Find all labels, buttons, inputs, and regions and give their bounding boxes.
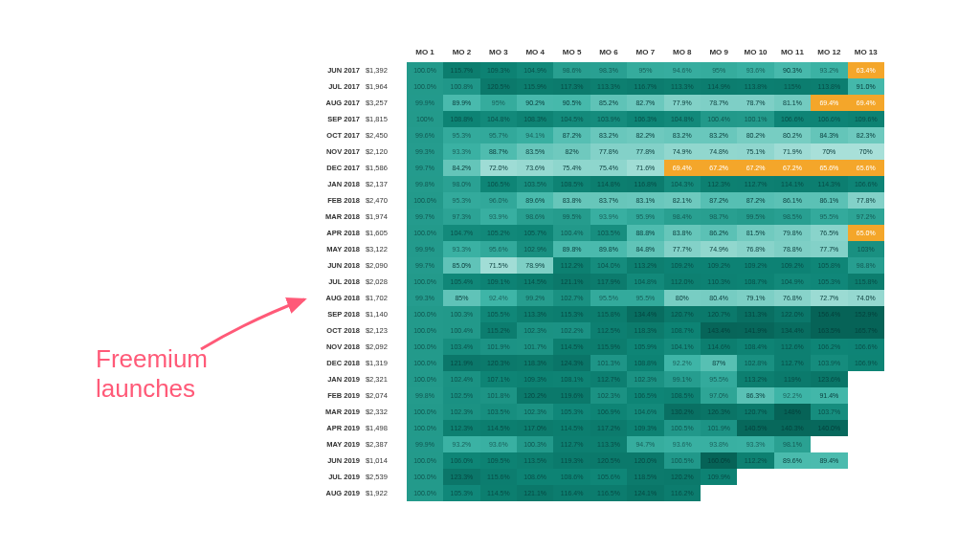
retention-cell: 93.2%: [443, 436, 479, 452]
retention-cell: 165.7%: [848, 322, 884, 339]
retention-cell: 93.6%: [664, 436, 701, 452]
retention-cell: 115.7%: [443, 62, 479, 78]
retention-cell: 100.0%: [407, 355, 443, 371]
retention-cell: 100%: [407, 111, 443, 127]
retention-cell: 134.4%: [774, 322, 811, 339]
retention-cell: 112.7%: [553, 436, 590, 452]
retention-cell: 92.4%: [480, 290, 517, 306]
retention-cell: 99.5%: [737, 209, 773, 225]
retention-cell: 77.8%: [627, 143, 663, 160]
retention-cell: 109.3%: [627, 420, 663, 436]
cohort-label: APR 2018: [316, 225, 366, 241]
retention-cell: 93.6%: [480, 436, 517, 452]
retention-cell: 98.6%: [517, 209, 553, 225]
retention-cell: 108.6%: [553, 469, 590, 485]
retention-cell: 98.3%: [590, 62, 627, 78]
retention-cell: 103.9%: [590, 111, 627, 127]
retention-cell: 83.1%: [627, 192, 663, 209]
table-row: FEB 2018$2,470100.0%95.3%96.0%89.6%83.8%…: [316, 192, 884, 209]
retention-cell: 95.5%: [701, 371, 737, 387]
retention-cell: 83.8%: [664, 225, 701, 241]
retention-cell: 90.3%: [774, 62, 811, 78]
retention-cell: 112.7%: [737, 176, 773, 192]
retention-cell: 118.3%: [517, 355, 553, 371]
cohort-label: JAN 2018: [316, 176, 366, 192]
retention-cell: 140.5%: [737, 420, 773, 436]
retention-cell: 84.8%: [627, 241, 663, 257]
retention-cell: 118.5%: [627, 469, 663, 485]
retention-cell: 89.8%: [590, 241, 627, 257]
retention-cell: 87.2%: [553, 127, 590, 143]
retention-cell: 113.2%: [737, 371, 773, 387]
retention-cell: 113.3%: [590, 78, 627, 95]
retention-cell: 105.5%: [480, 306, 517, 322]
retention-cell: 113.5%: [517, 452, 553, 469]
retention-cell: 83.2%: [701, 127, 737, 143]
retention-cell: 70%: [811, 143, 847, 160]
retention-cell: 106.3%: [627, 111, 663, 127]
retention-cell: 88.7%: [480, 143, 517, 160]
retention-cell: 116.7%: [627, 78, 663, 95]
column-header: MO 1: [407, 46, 443, 62]
retention-cell: 83.7%: [590, 192, 627, 209]
retention-cell: 104.9%: [774, 274, 811, 290]
retention-cell: 101.7%: [517, 339, 553, 355]
retention-cell: 100.0%: [407, 306, 443, 322]
retention-cell: 104.9%: [517, 62, 553, 78]
retention-cell: 86.1%: [811, 192, 847, 209]
retention-cell: 86.1%: [774, 192, 811, 209]
retention-cell: 106.2%: [811, 339, 847, 355]
retention-cell: 102.3%: [517, 322, 553, 339]
retention-cell: 95.9%: [627, 209, 663, 225]
retention-cell: 106.6%: [774, 111, 811, 127]
retention-cell: 106.0%: [443, 452, 479, 469]
cohort-initial-value: $2,092: [366, 339, 407, 355]
retention-cell: [774, 485, 811, 501]
cohort-initial-value: $3,257: [366, 95, 407, 111]
retention-cell: 109.2%: [737, 257, 773, 274]
retention-cell: [848, 436, 884, 452]
retention-cell: 99.1%: [664, 371, 701, 387]
retention-cell: 101.9%: [480, 339, 517, 355]
retention-cell: 121.9%: [443, 355, 479, 371]
retention-cell: 86.2%: [701, 225, 737, 241]
retention-cell: 82.3%: [848, 127, 884, 143]
retention-cell: 103.5%: [480, 404, 517, 420]
retention-cell: 104.7%: [443, 225, 479, 241]
retention-cell: 109.9%: [701, 469, 737, 485]
retention-cell: 102.9%: [517, 241, 553, 257]
cohort-initial-value: $1,014: [366, 452, 407, 469]
retention-cell: 73.6%: [517, 160, 553, 176]
retention-cell: 105.6%: [590, 469, 627, 485]
retention-cell: 109.6%: [848, 111, 884, 127]
retention-cell: 106.5%: [627, 387, 663, 404]
retention-cell: 82%: [553, 143, 590, 160]
table-row: JUN 2017$1,392100.0%115.7%109.3%104.9%98…: [316, 62, 884, 78]
column-header: MO 4: [517, 46, 553, 62]
retention-cell: 80%: [664, 290, 701, 306]
retention-cell: 98.6%: [553, 62, 590, 78]
retention-cell: 108.5%: [664, 387, 701, 404]
retention-cell: 105.3%: [443, 485, 479, 501]
retention-cell: 112.6%: [774, 339, 811, 355]
cohort-initial-value: $2,387: [366, 436, 407, 452]
retention-cell: 114.5%: [553, 339, 590, 355]
retention-cell: 119%: [774, 371, 811, 387]
retention-cell: 108.5%: [553, 176, 590, 192]
table-row: MAY 2018$3,12299.9%93.3%95.6%102.9%89.8%…: [316, 241, 884, 257]
retention-cell: [701, 485, 737, 501]
retention-cell: 80.2%: [737, 127, 773, 143]
table-row: SEP 2018$1,140100.0%100.3%105.5%113.3%11…: [316, 306, 884, 322]
cohort-label: JUL 2017: [316, 78, 366, 95]
column-header: MO 7: [627, 46, 663, 62]
retention-cell: 101.9%: [701, 420, 737, 436]
retention-cell: 120.2%: [517, 387, 553, 404]
retention-cell: 100.3%: [443, 306, 479, 322]
retention-cell: 75.4%: [553, 160, 590, 176]
retention-cell: 140.0%: [811, 420, 847, 436]
retention-cell: 160.0%: [701, 452, 737, 469]
cohort-label: JAN 2019: [316, 371, 366, 387]
retention-cell: [737, 469, 773, 485]
retention-cell: 105.8%: [811, 257, 847, 274]
retention-cell: 94.7%: [627, 436, 663, 452]
